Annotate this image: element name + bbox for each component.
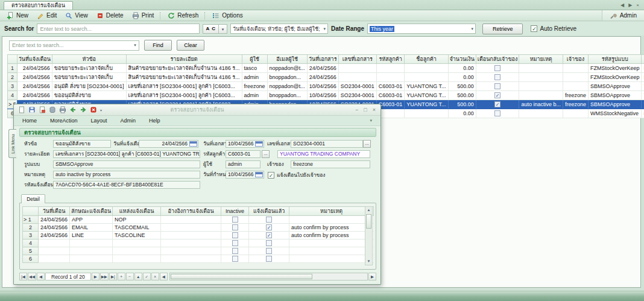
cell-checkbox[interactable]: ✓ [494,101,500,107]
cell-checkbox[interactable] [266,217,272,223]
tab-layout[interactable]: Layout [91,118,107,124]
search-fields-dropdown[interactable]: วันที่แจ้งเตือน; หัวข้อ; ผู้ใช้; อีเมลผู… [230,24,328,34]
doc-no-field[interactable]: SO2304-0001 [291,140,363,148]
admin-button[interactable]: Admin [602,10,644,21]
match-options-dropdown-icon[interactable]: ▾ [219,24,227,34]
document-tab[interactable]: ตรวจสอบการแจ้งเตือน [4,1,73,10]
note-field[interactable]: auto inactive by process [53,171,200,179]
delete-record-icon[interactable] [48,106,57,114]
column-header[interactable]: วันที่เอกสาร [307,55,338,64]
cell-checkbox[interactable]: ✓ [266,232,272,238]
minimize-icon[interactable]: − [355,107,358,113]
cell-checkbox[interactable] [494,83,500,89]
tab-help[interactable]: Help [149,118,160,124]
scroll-left-icon[interactable]: ◀ [620,2,624,8]
qat-customize-icon[interactable]: ▾ [99,108,103,112]
column-header[interactable]: เจ้าของ [563,55,588,64]
cell-checkbox[interactable] [232,248,238,254]
cell-checkbox[interactable] [266,256,272,262]
scroll-right-icon[interactable]: ▶ [628,2,632,8]
table-row[interactable]: 224/04/2566EMAILTASCOEMAIL✓auto confirm … [23,224,374,232]
recnav-button[interactable]: ▶| [109,273,117,280]
cell-checkbox[interactable]: ✓ [494,92,500,98]
due-date-field[interactable]: 10/04/2566 [226,171,264,179]
clear-button[interactable]: Clear [177,40,204,51]
column-header[interactable]: รหัสแจ้งเตือน [642,55,644,64]
alert-code-field[interactable]: 7A0ACD70-56C4-4A1E-8ECF-BF1BB400E81E [53,181,200,189]
cell-checkbox[interactable] [266,240,272,246]
table-row[interactable]: 324/04/2566อนุมัติ สั่งขาย [SO2304-0001]… [8,82,644,91]
column-header[interactable]: หัวข้อ [52,55,126,64]
retrieve-button[interactable]: Retrieve [482,24,523,34]
calendar-icon[interactable] [255,141,263,147]
cell-checkbox[interactable] [494,65,500,71]
recnav-button[interactable]: + [118,273,125,280]
calendar-icon[interactable] [255,172,263,177]
auto-retrieve-checkbox[interactable]: ✓ [531,25,537,32]
next-record-icon[interactable] [78,106,87,114]
column-header[interactable]: รหัสรูปแบบ [588,55,642,64]
table-row[interactable]: 4 [23,239,374,247]
tab-admin[interactable]: Admin [121,118,136,124]
recnav-button[interactable]: ✓ [143,273,151,280]
column-header[interactable]: Inactive [221,207,249,216]
new-record-icon[interactable] [17,106,26,114]
column-header[interactable]: เตือนกลับเจ้าของ [476,55,519,64]
previous-record-icon[interactable] [68,106,77,114]
chevron-down-icon[interactable]: ▾ [131,43,139,48]
notify-owner-checkbox[interactable]: ✓ [268,172,274,179]
column-header[interactable]: เลขที่เอกสาร [338,55,376,64]
dialog-titlebar[interactable]: ตรวจสอบการแจ้งเตือน ▾ − □ × [14,104,380,116]
column-header[interactable]: วันที่เตือน [39,207,70,216]
cell-checkbox[interactable]: ✓ [266,224,272,230]
table-row[interactable]: 5 [23,247,374,255]
options-button[interactable]: Options [208,11,247,21]
column-header[interactable]: แจ้งเตือนแล้ว [249,207,289,216]
column-header[interactable]: อีเมลผู้ใช้ [267,55,307,64]
calendar-icon[interactable] [189,141,197,147]
horizontal-scrollbar[interactable] [169,273,368,280]
auto-retrieve-toggle[interactable]: ✓ Auto Retrieve [531,25,576,32]
view-button[interactable]: View [61,11,92,21]
search-input[interactable] [37,24,200,34]
scroll-up-icon[interactable]: ▲ [365,207,372,214]
doc-date-field[interactable]: 10/04/2566 [226,140,264,148]
print-button[interactable]: Print [128,11,159,21]
date-range-select[interactable]: This year ▾ [367,24,476,34]
find-button[interactable]: Find [144,40,172,51]
cell-checkbox[interactable] [232,256,238,262]
recnav-button[interactable]: ▲ [134,273,142,280]
cell-checkbox[interactable] [232,217,238,223]
tab-detail[interactable]: Detail [21,194,45,203]
column-header[interactable]: แหล่งแจ้งเตือน [113,207,161,216]
link-menu-tab[interactable]: Link Menu [8,129,16,158]
customer-lookup-button[interactable]: ... [262,150,270,158]
cell-checkbox[interactable] [232,232,238,238]
column-header[interactable]: ผู้ใช้ [242,55,267,64]
recnav-button[interactable]: − [126,273,134,280]
save-close-icon[interactable] [37,106,46,114]
ribbon-collapse-icon[interactable]: ▾ [370,118,372,123]
customer-code-field[interactable]: C6003-01 [226,150,260,158]
table-row[interactable]: 124/04/2566ขอขยายระยะเวลาจัดเก็บสินค้าขอ… [8,64,644,73]
close-tab-icon[interactable]: × [636,2,639,8]
recnav-button[interactable]: |◀ [19,273,27,280]
recnav-button[interactable]: ◀◀ [28,273,36,280]
customer-name-field[interactable]: YUANTONG TRADING COMPANY [277,150,370,158]
alert-date-field[interactable]: 24/04/2566 [139,140,198,148]
hscroll-right-button[interactable]: ▶ [368,273,376,280]
column-header[interactable]: ลักษณะแจ้งเตือน [70,207,113,216]
column-header[interactable]: รหัสลูกค้า [376,55,405,64]
column-header[interactable]: หมายเหตุ [519,55,563,64]
cell-checkbox[interactable] [494,74,500,80]
recnav-button[interactable]: ◀ [37,273,45,280]
scroll-down-icon[interactable]: ▼ [365,258,372,265]
cell-checkbox[interactable] [232,224,238,230]
column-header[interactable]: วันที่แจ้งเตือน [17,55,52,64]
recnav-button[interactable]: ▶▶ [100,273,109,280]
delete-button[interactable]: Delete [92,11,128,21]
save-icon[interactable] [27,106,36,114]
recnav-button[interactable]: × [151,273,159,280]
cell-checkbox[interactable] [232,240,238,246]
column-header[interactable]: จำนวนเงิน [448,55,476,64]
